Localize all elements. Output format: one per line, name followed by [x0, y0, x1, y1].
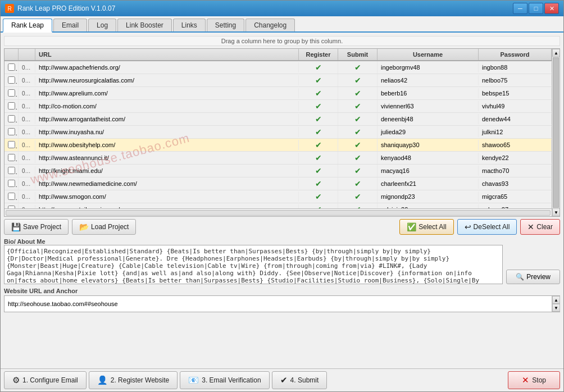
stop-button[interactable]: ✕ Stop — [508, 371, 560, 389]
row-url: http://www.obesityhelp.com/ — [35, 140, 299, 150]
row-number: 020. — [19, 115, 35, 124]
row-submit: ✔ — [338, 190, 377, 203]
register-check-icon: ✔ — [315, 89, 322, 98]
submit-check-icon: ✔ — [354, 102, 361, 111]
row-checkbox[interactable] — [8, 193, 15, 200]
row-checkbox[interactable] — [8, 141, 15, 148]
window-title: Rank Leap PRO Edition V.1.0.07 — [17, 4, 115, 12]
table-row: 025. http://www.obesityhelp.com/ ✔ ✔ sha… — [4, 139, 552, 152]
preview-button[interactable]: 🔍 Preview — [506, 270, 560, 284]
url-label: Website URL and Anchor — [4, 288, 560, 294]
row-checkbox[interactable] — [8, 76, 15, 84]
clear-button[interactable]: ✕ Clear — [520, 219, 560, 235]
url-scroll-up[interactable]: ▲ — [552, 296, 560, 304]
row-number: 026. — [19, 153, 35, 163]
register-check-icon: ✔ — [315, 76, 322, 85]
submit-check-icon: ✔ — [354, 89, 361, 98]
row-submit: ✔ — [338, 203, 377, 208]
row-checkbox[interactable] — [8, 89, 15, 97]
register-check-icon: ✔ — [315, 115, 322, 124]
scroll-down-arrow[interactable]: ▼ — [552, 208, 560, 216]
tab-email[interactable]: Email — [53, 19, 87, 31]
row-username: kenyaod48 — [377, 153, 479, 163]
table-row: 033. http://www.sputnikmusic.com/ ✔ ✔ sy… — [4, 203, 552, 208]
row-checkbox-cell[interactable] — [4, 126, 19, 138]
row-checkbox[interactable] — [8, 102, 15, 110]
configure-email-button[interactable]: ⚙ 1. Configure Email — [4, 371, 87, 389]
row-checkbox-cell[interactable] — [4, 75, 19, 86]
row-submit: ✔ — [338, 152, 377, 164]
row-number: 025. — [19, 140, 35, 150]
minimize-button[interactable]: ─ — [513, 3, 527, 14]
row-submit: ✔ — [338, 126, 377, 138]
app-icon: R — [5, 4, 14, 13]
row-register: ✔ — [299, 74, 338, 86]
row-checkbox-cell[interactable] — [4, 191, 19, 203]
close-button[interactable]: ✕ — [544, 3, 559, 14]
configure-email-icon: ⚙ — [12, 375, 20, 385]
bio-textarea[interactable] — [4, 245, 503, 284]
data-table-container: URL Register Submit Username Password 01… — [4, 48, 560, 217]
row-submit: ✔ — [338, 165, 377, 177]
row-checkbox[interactable] — [8, 180, 15, 187]
row-checkbox-cell[interactable] — [4, 139, 19, 151]
tab-changelog[interactable]: Changelog — [245, 19, 295, 31]
row-checkbox-cell[interactable] — [4, 101, 19, 112]
row-submit: ✔ — [338, 139, 377, 151]
tab-link-booster[interactable]: Link Booster — [117, 19, 172, 31]
row-checkbox[interactable] — [8, 63, 15, 71]
vertical-scrollbar[interactable]: ▲ ▼ — [552, 49, 560, 216]
save-project-button[interactable]: 💾 Save Project — [4, 219, 69, 235]
row-register: ✔ — [299, 87, 338, 99]
row-checkbox[interactable] — [8, 154, 15, 161]
row-checkbox-cell[interactable] — [4, 152, 19, 164]
row-password: kendye22 — [479, 153, 552, 163]
url-scroll-down[interactable]: ▼ — [552, 304, 560, 312]
url-input[interactable] — [4, 296, 552, 312]
horizontal-scrollbar[interactable] — [4, 208, 552, 216]
row-username: charleenfx21 — [377, 179, 479, 189]
row-checkbox-cell[interactable] — [4, 178, 19, 190]
row-number: 016. — [19, 63, 35, 72]
table-body: 016. http://www.apachefriends.org/ ✔ ✔ i… — [4, 61, 552, 208]
row-submit: ✔ — [338, 177, 377, 190]
row-url: http://co-motion.com/ — [35, 101, 299, 111]
row-submit: ✔ — [338, 74, 377, 86]
row-checkbox[interactable] — [8, 167, 15, 174]
row-checkbox-cell[interactable] — [4, 165, 19, 177]
row-password: chavas93 — [479, 179, 552, 189]
tab-log[interactable]: Log — [88, 19, 116, 31]
row-url: http://www.aprelium.com/ — [35, 88, 299, 98]
select-all-button[interactable]: ✅ Select All — [399, 219, 453, 235]
scroll-up-arrow[interactable]: ▲ — [552, 49, 560, 57]
tab-rank-leap[interactable]: Rank Leap — [3, 19, 52, 33]
col-header-password: Password — [479, 49, 552, 60]
submit-button[interactable]: ✔ 4. Submit — [272, 371, 328, 389]
row-checkbox-cell[interactable] — [4, 204, 19, 209]
col-header-check — [4, 49, 19, 60]
row-number: 019. — [19, 102, 35, 111]
tab-setting[interactable]: Setting — [207, 19, 244, 31]
row-url: http://www.asteannunci.it/ — [35, 153, 299, 163]
content-area: Drag a column here to group by this colu… — [1, 33, 563, 368]
row-checkbox[interactable] — [8, 115, 15, 122]
load-project-button[interactable]: 📂 Load Project — [72, 219, 136, 235]
deselect-icon: ↩ — [465, 222, 471, 231]
row-number: 031. — [19, 192, 35, 202]
col-header-username: Username — [377, 49, 479, 60]
row-checkbox-cell[interactable] — [4, 62, 19, 74]
register-website-button[interactable]: 👤 2. Register Website — [89, 371, 178, 389]
scroll-thumb[interactable] — [553, 57, 559, 208]
table-row: 029. http://www.newmediamedicine.com/ ✔ … — [4, 177, 552, 190]
row-checkbox[interactable] — [8, 128, 15, 135]
row-checkbox-cell[interactable] — [4, 88, 19, 99]
row-username: macyaq16 — [377, 166, 479, 176]
col-header-num — [19, 49, 35, 60]
tab-links[interactable]: Links — [173, 19, 206, 31]
maximize-button[interactable]: □ — [529, 3, 543, 14]
clear-icon: ✕ — [527, 222, 534, 231]
email-verification-button[interactable]: 📧 3. Email Verification — [180, 371, 269, 389]
col-header-register: Register — [299, 49, 338, 60]
row-checkbox-cell[interactable] — [4, 113, 19, 125]
deselect-all-button[interactable]: ↩ DeSelect All — [457, 219, 517, 235]
